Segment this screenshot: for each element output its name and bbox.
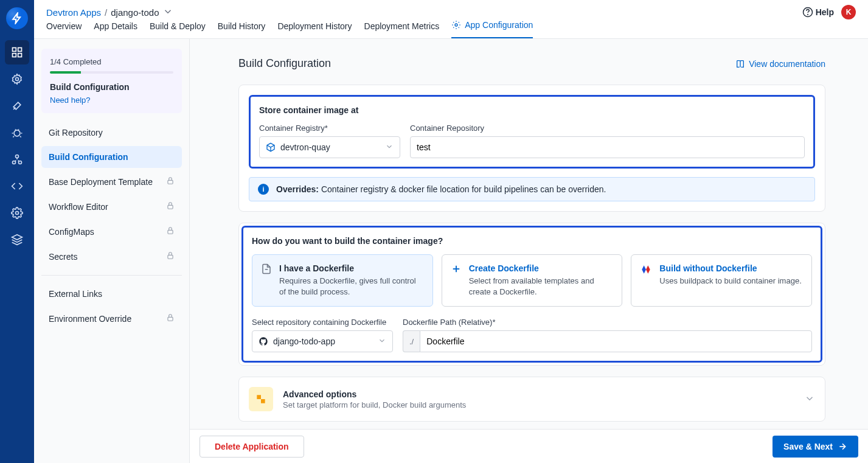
config-sidebar: 1/4 Completed Build Configuration Need h… (34, 39, 190, 463)
top-header: Devtron Apps / django-todo Help K Overv (34, 0, 868, 39)
svg-point-5 (14, 130, 20, 136)
build-opt-create-dockerfile[interactable]: Create Dockerfile Select from available … (442, 254, 623, 307)
footer: Delete Application Save & Next (190, 429, 868, 463)
breadcrumb-chevron-down-icon[interactable] (162, 6, 173, 19)
progress-title: Build Configuration (50, 82, 173, 92)
side-environment-override[interactable]: Environment Override (41, 307, 182, 330)
svg-rect-3 (18, 54, 22, 57)
progress-card: 1/4 Completed Build Configuration Need h… (41, 49, 182, 113)
book-icon (735, 59, 745, 69)
repo-select[interactable]: django-todo-app (252, 330, 393, 352)
rail-bug-icon[interactable] (5, 120, 29, 145)
build-method-section: How do you want to build the container i… (241, 226, 822, 363)
cube-icon (266, 142, 276, 152)
svg-point-13 (455, 24, 457, 26)
svg-rect-17 (168, 255, 173, 259)
lock-icon (166, 313, 175, 324)
breadcrumb-sep: / (105, 7, 107, 18)
devtron-logo-icon[interactable] (6, 7, 28, 29)
progress-bar (50, 71, 173, 74)
store-container-section: Store container image at Container Regis… (249, 95, 815, 169)
user-avatar[interactable]: K (841, 5, 856, 19)
svg-rect-16 (168, 230, 173, 234)
lock-icon (166, 176, 175, 187)
repository-input[interactable] (410, 136, 805, 158)
registry-label: Container Registry* (259, 124, 400, 133)
svg-rect-1 (18, 48, 22, 52)
advanced-options-card[interactable]: Advanced options Set target platform for… (238, 377, 825, 422)
rail-stack-icon[interactable] (5, 228, 29, 252)
path-label: Dockerfile Path (Relative)* (403, 318, 812, 327)
svg-point-6 (16, 155, 19, 158)
page-title: Build Configuration (238, 57, 331, 70)
side-external-links[interactable]: External Links (41, 283, 182, 305)
side-configmaps[interactable]: ConfigMaps (41, 220, 182, 243)
rail-cluster-icon[interactable] (5, 147, 29, 172)
help-button[interactable]: Help (802, 7, 834, 18)
svg-point-12 (807, 14, 808, 15)
svg-rect-14 (168, 180, 173, 184)
side-secrets[interactable]: Secrets (41, 245, 182, 268)
build-opt-without-dockerfile[interactable]: Build without Dockerfile Uses buildpack … (631, 254, 812, 307)
view-documentation-link[interactable]: View documentation (735, 59, 825, 69)
info-icon: i (258, 184, 269, 195)
buildpack-icon (640, 263, 652, 298)
chevron-down-icon[interactable] (804, 393, 815, 406)
store-section-title: Store container image at (259, 105, 805, 115)
repository-label: Container Repository (410, 124, 805, 133)
advanced-desc: Set target platform for build, Docker bu… (283, 400, 466, 409)
svg-rect-0 (13, 48, 16, 52)
main-content: Build Configuration View documentation S… (190, 39, 868, 429)
build-section-title: How do you want to build the container i… (252, 236, 812, 246)
delete-application-button[interactable]: Delete Application (200, 436, 304, 458)
svg-marker-10 (12, 235, 23, 240)
rail-deploy-icon[interactable] (5, 94, 29, 118)
svg-rect-18 (168, 317, 173, 321)
save-next-button[interactable]: Save & Next (773, 436, 858, 458)
lock-icon (166, 226, 175, 237)
side-base-deployment-template[interactable]: Base Deployment Template (41, 170, 182, 193)
svg-rect-15 (168, 205, 173, 209)
build-opt-have-dockerfile[interactable]: I have a Dockerfile Requires a Dockerfil… (252, 254, 433, 307)
need-help-link[interactable]: Need help? (50, 96, 173, 105)
registry-select[interactable]: devtron-quay (259, 136, 400, 158)
progress-text: 1/4 Completed (50, 57, 173, 66)
breadcrumb: Devtron Apps / django-todo (46, 6, 173, 19)
rail-gear-icon[interactable] (5, 201, 29, 225)
rail-apps-icon[interactable] (5, 40, 29, 64)
side-workflow-editor[interactable]: Workflow Editor (41, 195, 182, 218)
svg-rect-2 (13, 54, 16, 57)
rail-settings-icon[interactable] (5, 67, 29, 91)
advanced-icon (249, 387, 273, 411)
icon-rail (0, 0, 34, 463)
repo-label: Select repository containing Dockerfile (252, 318, 393, 327)
path-prefix: ./ (403, 330, 420, 352)
chevron-down-icon (385, 142, 394, 153)
github-icon (259, 336, 268, 346)
lock-icon (166, 251, 175, 262)
help-icon (802, 7, 813, 18)
side-git-repository[interactable]: Git Repository (41, 122, 182, 144)
dockerfile-path-input[interactable] (420, 330, 812, 352)
side-build-configuration[interactable]: Build Configuration (41, 146, 182, 168)
breadcrumb-current: django-todo (111, 7, 159, 18)
breadcrumb-root[interactable]: Devtron Apps (46, 7, 101, 18)
svg-point-9 (16, 212, 19, 215)
rail-code-icon[interactable] (5, 174, 29, 198)
svg-point-4 (16, 78, 19, 81)
chevron-down-icon (378, 336, 386, 347)
file-icon (261, 263, 272, 298)
lock-icon (166, 201, 175, 212)
advanced-title: Advanced options (283, 389, 466, 399)
plus-icon (451, 263, 462, 298)
arrow-right-icon (838, 442, 847, 451)
overrides-banner: i Overrides: Container registry & docker… (249, 177, 815, 201)
gear-icon (451, 20, 461, 30)
